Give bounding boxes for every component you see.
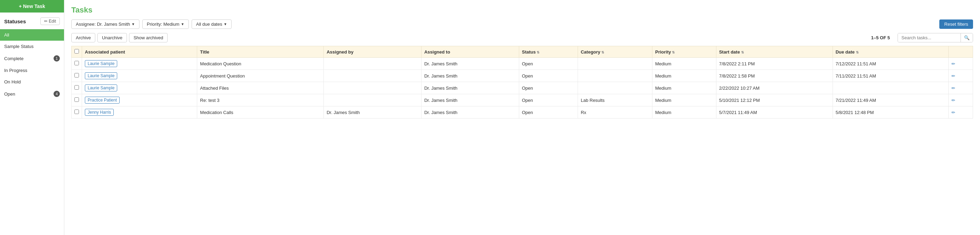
row-checkbox-cell <box>72 82 82 94</box>
select-all-checkbox[interactable] <box>75 49 79 54</box>
row-checkbox[interactable] <box>75 73 79 78</box>
col-header-status[interactable]: Status⇅ <box>519 46 578 58</box>
col-header-priority[interactable]: Priority⇅ <box>652 46 716 58</box>
title-cell: Medication Question <box>197 58 324 70</box>
patient-link[interactable]: Practice Patient <box>85 97 119 103</box>
row-checkbox[interactable] <box>75 85 79 90</box>
sidebar-item-complete[interactable]: Complete1 <box>0 52 64 65</box>
sidebar-item-sample-status[interactable]: Sample Status <box>0 41 64 52</box>
edit-row-button[interactable]: ✏ <box>951 61 955 67</box>
sidebar-item-all[interactable]: All <box>0 29 64 41</box>
assigned-to-cell: Dr. James Smith <box>421 82 519 94</box>
patient-link[interactable]: Laurie Sample <box>85 84 117 91</box>
select-all-header <box>72 46 82 58</box>
table-row: Laurie SampleMedication QuestionDr. Jame… <box>72 58 973 70</box>
unarchive-button[interactable]: Unarchive <box>97 33 127 43</box>
edit-statuses-button[interactable]: ✏ Edit <box>40 17 60 25</box>
assignee-filter-label: Assignee: Dr. James Smith <box>76 22 130 27</box>
due-date-cell: 7/12/2022 11:51 AM <box>832 58 948 70</box>
search-input[interactable] <box>898 33 961 42</box>
status-cell: Open <box>519 82 578 94</box>
sidebar-item-badge: 4 <box>54 91 60 97</box>
start-date-cell: 7/8/2022 1:58 PM <box>716 70 832 82</box>
actions-cell: ✏ <box>948 70 973 82</box>
sidebar-item-open[interactable]: Open4 <box>0 87 64 100</box>
sidebar-item-label: In Progress <box>4 68 27 73</box>
sidebar-item-on-hold[interactable]: On Hold <box>0 76 64 87</box>
priority-cell: Medium <box>652 82 716 94</box>
assigned-to-cell: Dr. James Smith <box>421 58 519 70</box>
col-header-due_date[interactable]: Due date⇅ <box>832 46 948 58</box>
reset-filters-button[interactable]: Reset filters <box>939 19 973 29</box>
assigned-by-cell <box>324 82 422 94</box>
start-date-cell: 5/7/2021 11:49 AM <box>716 106 832 119</box>
sidebar-item-label: Complete <box>4 56 24 61</box>
patient-cell: Jenny Harris <box>82 106 197 119</box>
sort-icon-status: ⇅ <box>536 51 539 54</box>
status-cell: Open <box>519 106 578 119</box>
sidebar-item-label: All <box>4 32 9 38</box>
assigned-to-cell: Dr. James Smith <box>421 70 519 82</box>
page-title: Tasks <box>71 6 973 14</box>
category-cell: Lab Results <box>578 94 652 106</box>
patient-link[interactable]: Jenny Harris <box>85 109 114 116</box>
patient-cell: Laurie Sample <box>82 58 197 70</box>
col-header-start_date[interactable]: Start date⇅ <box>716 46 832 58</box>
patient-link[interactable]: Laurie Sample <box>85 60 117 67</box>
edit-row-button[interactable]: ✏ <box>951 98 955 103</box>
actions-cell: ✏ <box>948 106 973 119</box>
actions-cell: ✏ <box>948 58 973 70</box>
col-header-associated_patient: Associated patient <box>82 46 197 58</box>
row-checkbox[interactable] <box>75 110 79 114</box>
table-row: Laurie SampleAppointment QuestionDr. Jam… <box>72 70 973 82</box>
show-archived-button[interactable]: Show archived <box>129 33 168 43</box>
table-row: Laurie SampleAttached FilesDr. James Smi… <box>72 82 973 94</box>
actions-cell: ✏ <box>948 82 973 94</box>
due-dates-filter-button[interactable]: All due dates ▼ <box>192 19 232 29</box>
priority-caret-icon: ▼ <box>181 22 184 26</box>
priority-cell: Medium <box>652 58 716 70</box>
assigned-by-cell <box>324 70 422 82</box>
status-cell: Open <box>519 58 578 70</box>
category-cell <box>578 70 652 82</box>
row-checkbox[interactable] <box>75 97 79 102</box>
row-checkbox-cell <box>72 70 82 82</box>
priority-cell: Medium <box>652 94 716 106</box>
col-header-actions <box>948 46 973 58</box>
patient-cell: Practice Patient <box>82 94 197 106</box>
title-cell: Re: test 3 <box>197 94 324 106</box>
patient-link[interactable]: Laurie Sample <box>85 72 117 79</box>
sidebar-items-list: AllSample StatusComplete1In ProgressOn H… <box>0 29 64 235</box>
row-checkbox[interactable] <box>75 61 79 65</box>
start-date-cell: 5/10/2021 12:12 PM <box>716 94 832 106</box>
col-header-title: Title <box>197 46 324 58</box>
status-cell: Open <box>519 70 578 82</box>
col-header-assigned_to: Assigned to <box>421 46 519 58</box>
sidebar-item-in-progress[interactable]: In Progress <box>0 65 64 76</box>
assigned-by-cell <box>324 58 422 70</box>
col-header-category[interactable]: Category⇅ <box>578 46 652 58</box>
new-task-button[interactable]: + New Task <box>0 0 64 13</box>
priority-filter-label: Priority: Medium <box>147 22 180 27</box>
row-checkbox-cell <box>72 58 82 70</box>
title-cell: Appointment Question <box>197 70 324 82</box>
sort-icon-start_date: ⇅ <box>741 51 744 54</box>
filter-bar: Assignee: Dr. James Smith ▼ Priority: Me… <box>71 19 973 29</box>
row-checkbox-cell <box>72 106 82 119</box>
assigned-to-cell: Dr. James Smith <box>421 94 519 106</box>
priority-filter-button[interactable]: Priority: Medium ▼ <box>142 19 189 29</box>
assignee-filter-button[interactable]: Assignee: Dr. James Smith ▼ <box>71 19 140 29</box>
due-dates-caret-icon: ▼ <box>224 22 227 26</box>
archive-button[interactable]: Archive <box>71 33 95 43</box>
search-wrap: 🔍 <box>897 33 973 43</box>
search-icon-button[interactable]: 🔍 <box>961 33 973 42</box>
due-date-cell <box>832 82 948 94</box>
edit-row-button[interactable]: ✏ <box>951 86 955 91</box>
sidebar-item-label: On Hold <box>4 79 21 84</box>
due-date-cell: 7/21/2022 11:49 AM <box>832 94 948 106</box>
edit-row-button[interactable]: ✏ <box>951 110 955 115</box>
priority-cell: Medium <box>652 106 716 119</box>
category-cell: Rx <box>578 106 652 119</box>
sidebar-item-label: Open <box>4 91 15 97</box>
edit-row-button[interactable]: ✏ <box>951 73 955 79</box>
